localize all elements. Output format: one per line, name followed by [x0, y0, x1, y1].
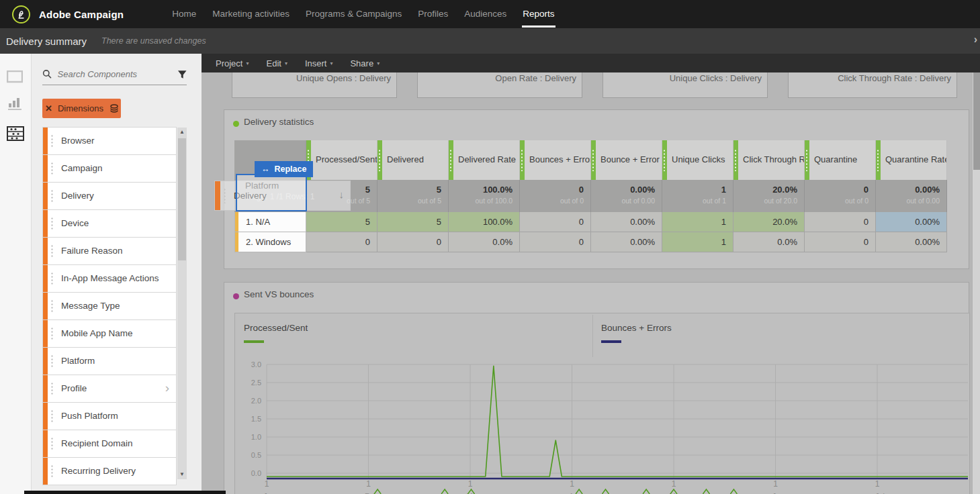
filter-icon[interactable] — [177, 70, 187, 79]
drag-handle-icon[interactable] — [50, 437, 54, 450]
canvas-scrollbar-thumb[interactable] — [973, 72, 980, 170]
table-cell[interactable]: 0.0% — [733, 232, 805, 252]
table-cell[interactable]: 0 — [377, 232, 449, 252]
drag-handle-icon[interactable] — [50, 134, 54, 148]
collapse-panel-chevron-icon[interactable]: › — [974, 34, 977, 46]
svg-text:1: 1 — [672, 479, 676, 489]
table-cell[interactable]: 5 — [377, 212, 449, 232]
pivot-table-widget-icon[interactable] — [7, 126, 24, 141]
table-cell[interactable]: 0.00% — [591, 232, 662, 252]
drag-handle-icon[interactable] — [50, 327, 54, 340]
dragged-dimension-label: Platform — [245, 181, 306, 191]
search-components-field — [42, 64, 187, 85]
scroll-up-icon[interactable]: ▲ — [177, 128, 187, 137]
drag-handle-icon[interactable] — [50, 217, 54, 230]
column-header[interactable]: Unique Clicks — [662, 140, 733, 180]
nav-item[interactable]: Marketing activities — [204, 0, 298, 28]
visualization-widget-icon[interactable] — [7, 96, 24, 111]
row-header[interactable]: 2. Windows — [234, 232, 306, 252]
dragged-dimension-platform[interactable]: Platform — [236, 174, 307, 211]
dimension-list-item[interactable]: Browser — [42, 127, 177, 155]
drag-handle-icon[interactable] — [50, 244, 54, 258]
column-header[interactable]: Quarantine — [805, 140, 876, 180]
dimension-list-item[interactable]: Delivery — [42, 182, 177, 210]
table-cell[interactable]: 0.00% — [591, 212, 662, 232]
table-cell[interactable]: 1 — [662, 232, 733, 252]
dimension-list-item[interactable]: In-App Message Actions — [42, 264, 177, 293]
column-header[interactable]: Bounce + Error R — [591, 140, 662, 180]
column-header[interactable]: Quarantine Rate — [876, 140, 947, 180]
column-header[interactable]: Bounces + Errors — [520, 140, 591, 180]
drag-handle-icon[interactable] — [50, 299, 54, 313]
report-header: Delivery summary There are unsaved chang… — [0, 28, 980, 54]
svg-text:1: 1 — [773, 479, 778, 489]
column-header[interactable]: Delivered — [377, 140, 449, 180]
svg-text:1: 1 — [570, 479, 574, 489]
table-cell[interactable]: 0.00% — [876, 232, 947, 252]
nav-item[interactable]: Programs & Campaigns — [298, 0, 410, 28]
table-cell[interactable]: 0 — [306, 232, 377, 252]
search-input[interactable] — [58, 69, 177, 79]
table-cell[interactable]: 0 — [520, 212, 591, 232]
column-header[interactable]: Delivered Rate — [449, 140, 520, 180]
sidebar-scrollbar-thumb[interactable] — [178, 138, 186, 260]
nav-item[interactable]: Audiences — [456, 0, 515, 28]
dimension-list-item[interactable]: Device — [42, 209, 177, 238]
close-icon[interactable]: ✕ — [45, 103, 52, 113]
table-cell[interactable]: 0 — [805, 232, 876, 252]
table-cell[interactable]: 0.00% — [876, 212, 947, 232]
menu-item[interactable]: Share▾ — [341, 58, 388, 68]
dimension-list-item[interactable]: Profile › — [42, 375, 177, 403]
drag-handle-icon[interactable] — [50, 382, 54, 395]
drag-handle-icon[interactable] — [50, 272, 54, 285]
table-cell[interactable]: 0.0% — [449, 232, 520, 252]
dimension-label: Delivery — [61, 183, 176, 209]
canvas-scrollbar[interactable] — [972, 72, 980, 494]
widget-status-dot-magenta — [233, 293, 239, 299]
drag-handle-icon[interactable] — [50, 354, 54, 368]
sent-vs-bounces-chart[interactable]: Processed/Sent Bounces + Errors 0.00.51.… — [234, 313, 970, 494]
dimension-list-item[interactable]: Push Platform — [42, 402, 177, 430]
container-widget-icon[interactable] — [7, 70, 24, 85]
table-cell[interactable]: 5 — [306, 212, 377, 232]
row-header[interactable]: 1. N/A — [234, 212, 306, 232]
column-header[interactable]: Click Through Ra — [733, 140, 805, 180]
column-header[interactable]: Processed/Sent — [306, 140, 377, 180]
dimension-list-item[interactable]: Campaign — [42, 154, 177, 183]
table-cell[interactable]: 100.0% — [449, 212, 520, 232]
table-cell[interactable]: 0 — [520, 232, 591, 252]
dimension-list-item[interactable]: Platform — [42, 347, 177, 375]
table-cell[interactable]: 0 — [805, 212, 876, 232]
dimension-list-item[interactable]: Recurring Delivery — [42, 457, 177, 485]
kpi-card-label: Click Through Rate : Delivery — [838, 73, 951, 83]
table-cell[interactable]: 20.0% — [733, 212, 805, 232]
dimension-list-item[interactable]: Recipient Domain — [42, 430, 177, 458]
menu-item[interactable]: Project▾ — [207, 58, 257, 68]
search-icon — [42, 69, 52, 79]
dimension-list-item[interactable]: Mobile App Name — [42, 319, 177, 348]
svg-text:1: 1 — [875, 479, 880, 489]
menu-item[interactable]: Edit▾ — [257, 58, 296, 68]
drag-handle-icon[interactable] — [50, 409, 54, 423]
drag-handle-icon[interactable] — [50, 162, 54, 175]
adobe-campaign-logo-icon[interactable] — [12, 5, 30, 23]
line-chart-canvas[interactable]: 0.00.51.01.52.02.53.01Jan1Feb1Mar1Apr1Ma… — [235, 313, 969, 494]
nav-item[interactable]: Reports — [515, 0, 562, 28]
dimension-label: Profile — [61, 375, 176, 402]
dimension-list-item[interactable]: Message Type — [42, 292, 177, 320]
drag-handle-icon[interactable] — [50, 464, 54, 478]
drag-handle-icon[interactable] — [50, 189, 54, 203]
chevron-down-icon: ▾ — [377, 60, 380, 66]
chevron-right-icon[interactable]: › — [165, 381, 169, 395]
table-cell[interactable]: 1 — [662, 212, 733, 232]
nav-item[interactable]: Profiles — [410, 0, 456, 28]
dimension-label: Mobile App Name — [61, 320, 176, 347]
scroll-down-icon[interactable]: ▼ — [177, 470, 187, 479]
dimension-list-item[interactable]: Failure Reason — [42, 237, 177, 265]
sidebar-scrollbar[interactable]: ▲ ▼ — [177, 128, 187, 479]
dimensions-filter-button[interactable]: ✕ Dimensions — [42, 99, 121, 118]
nav-item[interactable]: Home — [164, 0, 204, 28]
menu-item[interactable]: Insert▾ — [296, 58, 342, 68]
swap-arrows-icon: ↔ — [261, 164, 270, 174]
summary-cell: 1out of 1 — [662, 180, 733, 212]
